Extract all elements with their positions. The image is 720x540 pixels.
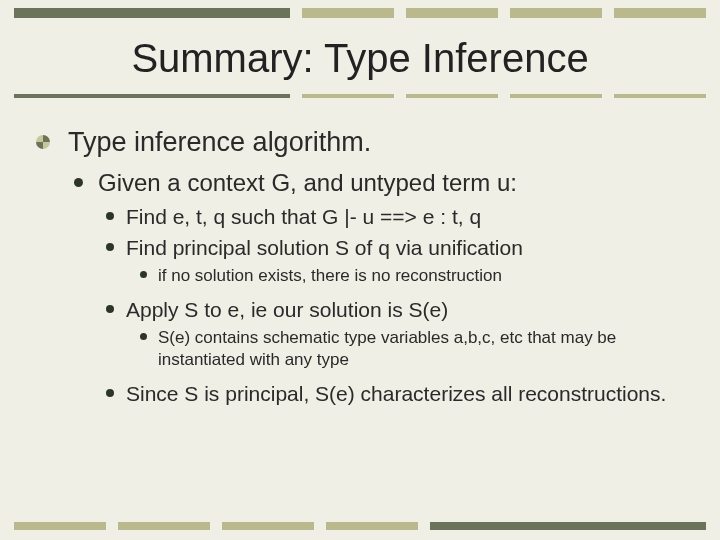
bullet-level-4: S(e) contains schematic type variables a… — [156, 327, 680, 371]
accent-seg — [614, 8, 706, 18]
accent-seg — [222, 522, 314, 530]
accent-seg — [14, 8, 290, 18]
title-underline-bars — [14, 94, 706, 98]
accent-seg — [510, 94, 602, 98]
accent-seg — [406, 94, 498, 98]
accent-seg — [614, 94, 706, 98]
bullet-level-3: Since S is principal, S(e) characterizes… — [124, 381, 680, 407]
slide-title: Summary: Type Inference — [0, 36, 720, 81]
accent-seg — [14, 522, 106, 530]
bottom-accent-bars — [14, 522, 706, 530]
accent-seg — [302, 94, 394, 98]
accent-seg — [430, 522, 706, 530]
bullet-level-3: Apply S to e, ie our solution is S(e) — [124, 297, 680, 323]
accent-seg — [14, 94, 290, 98]
bullet-level-3: Find e, t, q such that G |- u ==> e : t,… — [124, 204, 680, 230]
accent-seg — [406, 8, 498, 18]
accent-seg — [302, 8, 394, 18]
bullet-level-1: Type inference algorithm. — [64, 126, 680, 158]
bullet-level-2: Given a context G, and untyped term u: — [94, 168, 680, 198]
bullet-level-4: if no solution exists, there is no recon… — [156, 265, 680, 287]
slide-body: Type inference algorithm. Given a contex… — [64, 126, 680, 412]
accent-seg — [326, 522, 418, 530]
accent-seg — [118, 522, 210, 530]
accent-seg — [510, 8, 602, 18]
top-accent-bars — [14, 8, 706, 18]
bullet-level-3: Find principal solution S of q via unifi… — [124, 235, 680, 261]
